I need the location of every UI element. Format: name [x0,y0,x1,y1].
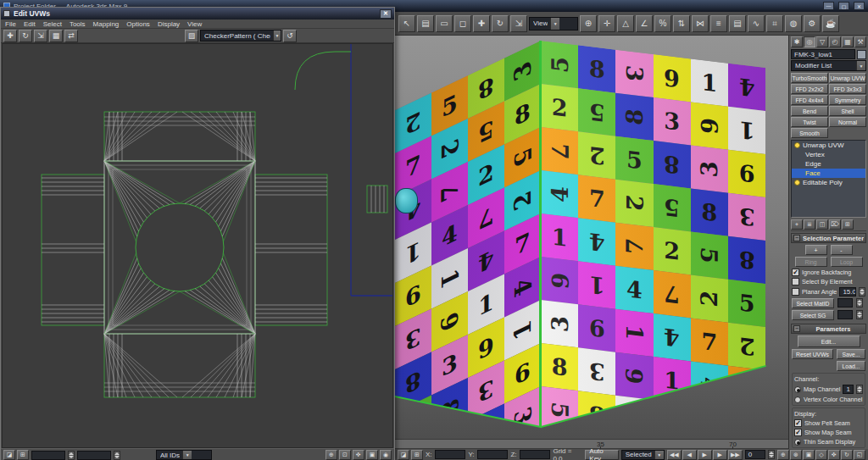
modifier-button-symmetry[interactable]: Symmetry [829,95,866,105]
tab-display[interactable]: ▦ [842,36,854,47]
sg-spinner[interactable] [856,310,863,319]
stack-item-editable-poly[interactable]: Editable Poly [792,178,865,187]
ignore-backfacing-checkbox[interactable]: ✓ Ignore Backfacing [792,269,865,276]
align-icon[interactable]: ≡ [710,15,727,32]
tab-hierarchy[interactable]: ▽ [816,36,828,47]
scale-icon[interactable]: ⇲ [510,15,527,32]
tab-utilities[interactable]: ⚒ [854,36,866,47]
go-to-start-icon[interactable]: ◀◀ [667,450,682,460]
material-editor-icon[interactable]: ◍ [785,15,802,32]
select-object-icon[interactable]: ↖ [398,15,415,32]
selection-parameters-header[interactable]: − Selection Parameters [791,233,866,243]
zoom-all-icon[interactable]: ⊛ [790,450,802,460]
planar-angle-checkbox[interactable]: Planar Angle 15.0 [792,287,865,297]
texture-dropdown[interactable]: CheckerPattern ( Checker ) ▼ [200,30,281,42]
menu-edit[interactable]: Edit [24,20,36,28]
v-spinner[interactable] [114,451,120,460]
checkbox-box[interactable] [792,288,799,296]
update-map-icon[interactable]: ↺ [283,30,297,42]
mirror-uv-icon[interactable]: ⇄ [64,30,78,42]
radio-dot[interactable] [794,396,801,403]
menu-tools[interactable]: Tools [70,20,86,28]
parameters-header[interactable]: − Parameters [791,324,866,334]
show-map-icon[interactable]: ▨ [185,30,198,42]
pan-view-icon[interactable]: ✜ [828,450,840,460]
map-channel-spinner[interactable] [856,385,863,394]
move-uv-icon[interactable]: ✚ [3,30,17,42]
maximize-button[interactable]: ▢ [838,2,849,10]
tab-create[interactable]: ✱ [791,36,803,47]
angle-snap-icon[interactable]: ∠ [636,15,653,32]
zoom-extents-uv-icon[interactable]: ▣ [366,450,378,460]
stack-item-vertex[interactable]: Vertex [792,150,865,159]
modifier-button-ffd-2x2x2[interactable]: FFD 2x2x2 [791,84,828,94]
modifier-button-smooth[interactable]: Smooth [791,128,828,138]
minimize-button[interactable]: — [823,2,834,10]
zoom-extents-icon[interactable]: ▣ [803,450,815,460]
collapse-icon[interactable]: − [793,235,800,241]
fov-icon[interactable]: ◇ [815,450,827,460]
show-pelt-seam-checkbox[interactable]: ✓ Show Pelt Seam [794,419,863,427]
zoom-region-uv-icon[interactable]: ⊡ [339,450,351,460]
menu-mapping[interactable]: Mapping [93,20,120,28]
lock-selection-icon[interactable]: ◪ [3,450,15,460]
planar-angle-field[interactable]: 15.0 [839,287,856,297]
radio-dot[interactable] [794,439,801,446]
absolute-mode-icon[interactable]: ⊞ [411,450,423,460]
perspective-viewport[interactable]: 258372584725147261473614836158362583 583… [395,36,788,439]
rotate-icon[interactable]: ↻ [492,15,509,32]
object-name-field[interactable]: FMK-3_low1 [791,49,855,59]
edit-uvws-titlebar[interactable]: Edit UVWs ✕ [1,8,394,19]
selection-lock-icon[interactable]: ◪ [398,450,409,460]
select-matid-button[interactable]: Select MatID [792,298,834,308]
u-spinner[interactable] [68,451,75,460]
modifier-button-shell[interactable]: Shell [829,106,866,116]
radio-dot[interactable] [794,386,801,393]
modifier-button-normal[interactable]: Normal [829,117,866,127]
move-icon[interactable]: ✚ [473,15,490,32]
layer-manager-icon[interactable]: ▤ [729,15,746,32]
loop-button[interactable]: Loop [831,257,863,267]
select-by-element-checkbox[interactable]: Select By Element [792,278,865,285]
use-pivot-center-icon[interactable]: ⊕ [580,15,597,32]
scale-uv-icon[interactable]: ⇲ [34,30,47,42]
modifier-button-ffd-3x3x3[interactable]: FFD 3x3x3 [829,84,866,94]
orbit-icon[interactable]: ↻ [841,450,853,460]
show-map-seam-checkbox[interactable]: ✓ Show Map Seam [794,429,863,436]
configure-modifier-sets-icon[interactable]: ⊞ [842,219,854,230]
save-uvws-button[interactable]: Save... [837,349,865,359]
matid-field[interactable] [837,298,853,308]
show-end-result-icon[interactable]: ≣ [804,219,815,230]
map-channel-radio[interactable]: Map Channel 1 [794,385,863,394]
menu-view[interactable]: View [187,20,202,28]
tab-motion[interactable]: ◴ [829,36,841,47]
select-sg-button[interactable]: Select SG [792,310,834,320]
modifier-button-unwrap-uvw[interactable]: Unwrap UVW [829,73,866,83]
checkbox-box[interactable]: ✓ [792,269,799,276]
tab-modify[interactable]: ◎ [804,36,815,47]
matid-spinner[interactable] [856,298,863,308]
menu-options[interactable]: Options [126,20,150,28]
planar-angle-spinner[interactable] [859,287,865,297]
close-edit-uvws-button[interactable]: ✕ [380,9,392,19]
grow-selection-button[interactable]: + [805,245,827,255]
shrink-selection-button[interactable]: - [831,245,853,255]
current-frame-field[interactable]: 0 [745,450,765,459]
stack-item-unwrap-uvw[interactable]: Unwrap UVW [792,141,865,150]
uv-editor-view[interactable] [2,43,393,448]
checkbox-box[interactable]: ✓ [794,419,802,427]
rect-region-icon[interactable]: ▭ [436,15,453,32]
window-crossing-icon[interactable]: ◻ [454,15,471,32]
id-filter-dropdown[interactable]: All IDs ▼ [156,450,212,460]
y-coordinate-field[interactable] [477,450,509,459]
previous-frame-icon[interactable]: ◀ [682,450,697,460]
zoom-uv-icon[interactable]: ⊕ [326,450,337,460]
menu-select[interactable]: Select [43,20,62,28]
reference-coordinate-dropdown[interactable]: View ▼ [529,17,578,30]
snap-uv-icon[interactable]: ⊞ [17,450,29,460]
curve-editor-icon[interactable]: ∿ [748,15,765,32]
key-filter-dropdown[interactable]: Selected ▼ [621,450,665,460]
maximize-viewport-icon[interactable]: ◱ [854,450,865,460]
remove-modifier-icon[interactable]: ⌦ [829,219,841,230]
close-button[interactable]: ✕ [854,2,865,10]
